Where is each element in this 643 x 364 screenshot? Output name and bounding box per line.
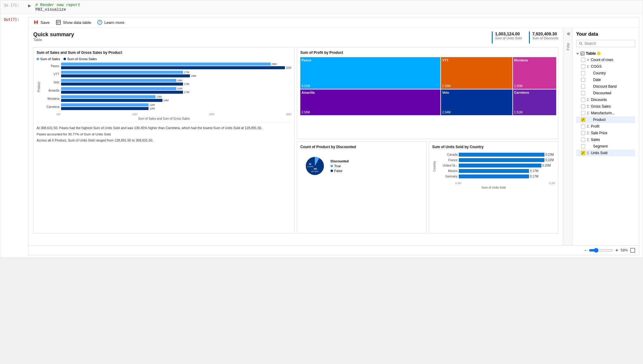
field-item[interactable]: Σ COGS [576, 63, 635, 70]
bar-sales-row: 12M [61, 103, 291, 106]
treemap-cell: Montana 1.80M [513, 57, 556, 89]
pie-label-true-text: True [334, 164, 341, 168]
bar-group: 13M 14M [61, 95, 291, 102]
bar-row: Carretera 12M 12M [41, 103, 291, 110]
pie-legend-title: Discounted [331, 159, 349, 163]
field-checkbox[interactable] [581, 124, 585, 128]
save-button[interactable]: Save [33, 20, 50, 25]
pie-dot-true [331, 165, 333, 167]
bar-row: Velo 16M 17M [41, 79, 291, 86]
field-item[interactable]: Date [576, 76, 635, 83]
run-button[interactable]: ▶ [28, 3, 33, 8]
svg-rect-3 [56, 20, 60, 24]
field-name: Discount Band [593, 84, 617, 89]
field-checkbox[interactable] [581, 64, 585, 69]
field-checkbox[interactable] [581, 131, 585, 135]
field-checkbox[interactable] [581, 104, 585, 109]
bar-gross [61, 107, 149, 110]
field-item[interactable]: ✓ Σ Units Sold [576, 150, 635, 156]
field-name: Country [593, 71, 606, 75]
hbar-country-label: United St... [438, 164, 458, 167]
stat2: 7,920,409.30 Sum of Discounts [529, 31, 558, 44]
table-name: Table [586, 51, 596, 56]
zoom-plus-button[interactable]: + [615, 248, 618, 253]
svg-point-10 [579, 42, 582, 44]
field-checkbox[interactable] [581, 144, 585, 148]
field-item[interactable]: Σ Profit [576, 123, 635, 130]
treemap-cell: Amarilla 2.58M [300, 89, 440, 115]
hbar-bar-wrap: 0.22M [459, 158, 554, 162]
bar-chart-axis-labels: 0M 10M 20M 30M [57, 113, 291, 116]
field-checkbox[interactable] [581, 111, 585, 115]
search-icon [579, 41, 583, 46]
notebook-cell: In [7]: ▶ # Render new report PBI_visual… [0, 0, 643, 258]
bottom-charts: Count of Product by Discounted [297, 141, 558, 233]
bar-gross-row: 18M [61, 74, 291, 77]
field-item[interactable]: ✓ Product [576, 116, 635, 123]
bar-sales-val: 29M [272, 63, 277, 66]
collapse-button[interactable] [564, 30, 572, 38]
pie-legend-true: True [331, 164, 349, 168]
field-item[interactable]: Σ Sales [576, 136, 635, 143]
field-item[interactable]: Segment [576, 143, 635, 150]
hbar-val: 0.23M [545, 153, 554, 156]
field-checkbox[interactable] [581, 58, 585, 62]
field-item[interactable]: Discount Band [576, 83, 635, 90]
hbar-inner: Country Canada 0.23M France 0.22M United… [432, 151, 555, 181]
pie-svg: 38 (7.62%) 461 (92.38%) [303, 154, 327, 178]
toolbar: Save Show data table ? Learn more [28, 17, 639, 28]
svg-text:?: ? [99, 21, 101, 24]
field-checkbox[interactable] [581, 71, 585, 75]
bar-chart-legend: Sum of Sales Sum of Gross Sales [37, 57, 291, 61]
stat1: 1,003,124.00 Sum of Units Sold [492, 31, 522, 44]
treemap: Paseo 4.31M VTT 2.58M Montana 1.80M Amar… [300, 57, 555, 115]
learn-more-button[interactable]: ? Learn more [97, 20, 124, 25]
field-checkbox[interactable] [581, 91, 585, 95]
hbar-country-label: Germany [438, 175, 458, 178]
field-item[interactable]: Country [576, 70, 635, 76]
fullscreen-icon[interactable] [630, 248, 635, 253]
field-checkbox[interactable] [581, 78, 585, 82]
hbar-bar [459, 174, 529, 178]
field-checkbox[interactable] [581, 98, 585, 102]
field-type-icon: Σ [587, 131, 589, 135]
bar-chart-y-axis: Product [37, 63, 41, 112]
search-input[interactable] [585, 41, 632, 46]
field-item[interactable]: # Count of rows [576, 57, 635, 63]
pie-label-false-pct: (92.38%) [311, 171, 318, 172]
field-item[interactable]: Σ Discounts [576, 96, 635, 103]
field-type-icon: Σ [587, 98, 589, 102]
svg-rect-1 [35, 21, 37, 22]
table-icon [580, 51, 585, 56]
show-data-table-button[interactable]: Show data table [56, 20, 91, 25]
bar-group: 29M 32M [61, 63, 291, 69]
treemap-label: Amarilla [302, 91, 315, 94]
svg-point-16 [597, 52, 600, 55]
zoom-minus-button[interactable]: - [585, 248, 586, 253]
hbar-row: France 0.22M [438, 158, 554, 162]
field-type-icon: Σ [587, 151, 589, 155]
field-item[interactable]: Σ Gross Sales [576, 103, 635, 110]
bar-sales-row: 16M [61, 87, 291, 90]
bar-gross-row: 12M [61, 107, 291, 110]
search-box[interactable] [576, 40, 635, 47]
code-comment: # Render new report [35, 3, 80, 7]
bar-product-label: Carretera [41, 105, 59, 109]
pie-label-true-pct: (7.62%) [307, 166, 313, 167]
field-checkbox[interactable]: ✓ [581, 118, 585, 122]
field-checkbox[interactable] [581, 84, 585, 89]
field-checkbox[interactable] [581, 138, 585, 142]
bar-row: VTT 17M 18M [41, 71, 291, 77]
table-group-header[interactable]: Table [576, 50, 635, 57]
hbar-bar-wrap: 0.23M [459, 153, 554, 157]
field-item[interactable]: Σ Manufacturin... [576, 110, 635, 116]
field-item[interactable]: Discounted [576, 90, 635, 96]
zoom-slider[interactable] [589, 248, 613, 253]
hbar-val: 0.20M [542, 164, 551, 167]
field-checkbox[interactable]: ✓ [581, 151, 585, 155]
filter-icon-button[interactable]: Filters [564, 42, 572, 57]
field-item[interactable]: Σ Sale Price [576, 130, 635, 136]
stat2-value: 7,920,409.30 [532, 31, 558, 36]
quick-summary-subtitle: Table [33, 38, 74, 42]
bar-sales-row: 16M [61, 79, 291, 82]
